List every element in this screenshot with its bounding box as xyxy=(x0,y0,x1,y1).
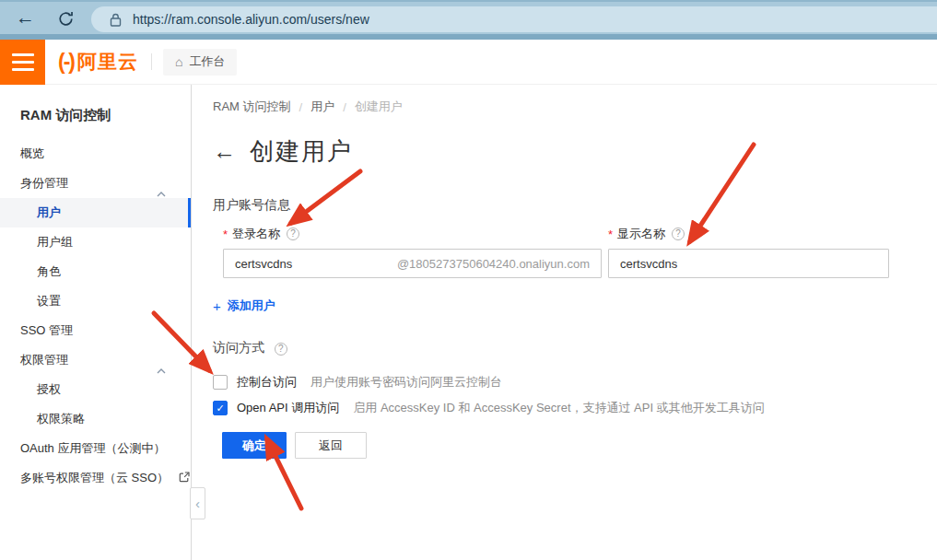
help-icon[interactable]: ? xyxy=(287,228,299,240)
plus-icon: + xyxy=(213,298,221,314)
header-divider xyxy=(151,53,152,70)
sidebar-item-users[interactable]: 用户 xyxy=(0,198,191,228)
openapi-access-label[interactable]: Open API 调用访问 xyxy=(237,400,339,416)
sidebar-item-overview[interactable]: 概览 xyxy=(0,139,191,169)
breadcrumb: RAM 访问控制 / 用户 / 创建用户 xyxy=(213,99,937,115)
required-asterisk: * xyxy=(223,228,228,241)
display-name-input[interactable]: certsvcdns xyxy=(608,249,889,278)
console-access-label[interactable]: 控制台访问 xyxy=(237,374,297,391)
required-asterisk: * xyxy=(608,228,613,241)
logo-text: 阿里云 xyxy=(77,49,138,75)
login-name-domain-suffix: @1805273750604240.onaliyun.com xyxy=(397,257,590,271)
sidebar-group-identity[interactable]: 身份管理 xyxy=(0,169,191,198)
confirm-button[interactable]: 确定 xyxy=(222,432,287,459)
openapi-access-desc: 启用 AccessKey ID 和 AccessKey Secret，支持通过 … xyxy=(353,400,764,416)
help-icon[interactable]: ? xyxy=(275,343,287,356)
sidebar-item-policies[interactable]: 权限策略 xyxy=(0,404,191,434)
api-access-row: ✓ Open API 调用访问 启用 AccessKey ID 和 Access… xyxy=(213,401,937,415)
display-name-value: certsvcdns xyxy=(620,257,677,271)
access-method-section-label: 访问方式 ? xyxy=(213,340,937,356)
check-icon: ✓ xyxy=(216,402,224,414)
sidebar-item-sso[interactable]: SSO 管理 xyxy=(0,316,191,345)
browser-bar: ← https://ram.console.aliyun.com/users/n… xyxy=(0,0,937,40)
browser-back-icon[interactable]: ← xyxy=(16,6,35,29)
console-access-row: 控制台访问 用户使用账号密码访问阿里云控制台 xyxy=(213,375,937,390)
main-content: RAM 访问控制 / 用户 / 创建用户 ← 创建用户 用户账号信息 * 登录名… xyxy=(192,85,937,560)
hamburger-menu-icon[interactable] xyxy=(0,40,45,85)
breadcrumb-separator: / xyxy=(299,100,303,114)
openapi-access-checkbox[interactable]: ✓ xyxy=(213,401,228,415)
sidebar-item-cloudsso[interactable]: 多账号权限管理（云 SSO） xyxy=(0,463,191,493)
app-header: (-) 阿里云 ⌂ 工作台 xyxy=(0,40,937,85)
address-bar[interactable]: https://ram.console.aliyun.com/users/new xyxy=(91,6,937,32)
display-name-field: * 显示名称 ? certsvcdns xyxy=(608,226,889,278)
login-name-value: certsvcdns xyxy=(235,257,292,271)
sidebar-title: RAM 访问控制 xyxy=(0,85,191,139)
sidebar: RAM 访问控制 概览 身份管理 用户 用户组 角色 设置 SSO 管理 权限管… xyxy=(0,85,192,560)
workbench-button[interactable]: ⌂ 工作台 xyxy=(163,49,237,76)
page-title: 创建用户 xyxy=(250,135,353,168)
url-text: https://ram.console.aliyun.com/users/new xyxy=(133,12,369,27)
console-access-checkbox[interactable] xyxy=(213,375,228,390)
breadcrumb-separator: / xyxy=(343,100,346,114)
sidebar-collapse-handle[interactable]: ‹ xyxy=(190,487,205,519)
breadcrumb-users[interactable]: 用户 xyxy=(310,99,334,115)
external-link-icon xyxy=(179,472,190,485)
console-access-desc: 用户使用账号密码访问阿里云控制台 xyxy=(310,374,502,391)
sidebar-item-settings[interactable]: 设置 xyxy=(0,286,191,316)
account-info-section-label: 用户账号信息 xyxy=(213,197,937,214)
login-name-label: * 登录名称 ? xyxy=(223,226,602,242)
sidebar-item-grants[interactable]: 授权 xyxy=(0,375,191,404)
sidebar-group-permissions[interactable]: 权限管理 xyxy=(0,345,191,375)
home-icon: ⌂ xyxy=(175,55,182,68)
breadcrumb-current: 创建用户 xyxy=(355,99,403,115)
login-name-input[interactable]: certsvcdns @1805273750604240.onaliyun.co… xyxy=(223,249,602,278)
browser-refresh-icon[interactable] xyxy=(57,10,75,31)
collapse-chevron-icon: ‹ xyxy=(195,496,200,511)
help-icon[interactable]: ? xyxy=(672,228,685,240)
sidebar-item-roles[interactable]: 角色 xyxy=(0,257,191,286)
add-user-link[interactable]: + 添加用户 xyxy=(213,298,275,314)
return-button[interactable]: 返回 xyxy=(295,432,367,459)
lock-icon xyxy=(110,13,122,27)
login-name-field: * 登录名称 ? certsvcdns @1805273750604240.on… xyxy=(223,226,602,278)
back-arrow-icon[interactable]: ← xyxy=(213,140,236,163)
display-name-label: * 显示名称 ? xyxy=(608,226,889,242)
logo-bracket-icon: (-) xyxy=(58,50,74,75)
sidebar-item-oauth[interactable]: OAuth 应用管理（公测中） xyxy=(0,434,191,463)
breadcrumb-ram[interactable]: RAM 访问控制 xyxy=(213,99,291,115)
workbench-label: 工作台 xyxy=(189,53,225,70)
aliyun-logo[interactable]: (-) 阿里云 xyxy=(58,49,138,75)
sidebar-item-user-groups[interactable]: 用户组 xyxy=(0,228,191,257)
